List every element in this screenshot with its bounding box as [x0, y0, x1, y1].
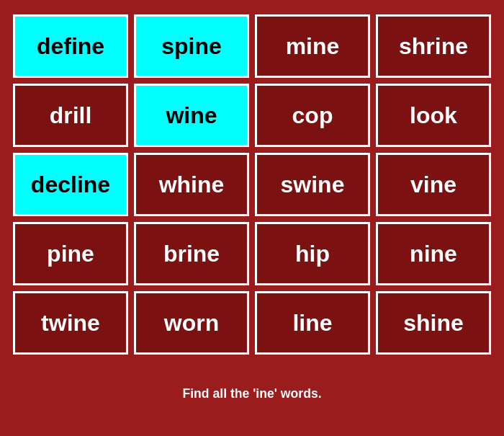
word-label: shrine: [399, 33, 468, 60]
word-label: vine: [410, 172, 456, 198]
word-label: cop: [292, 102, 333, 129]
word-label: line: [292, 310, 332, 337]
word-cell-drill[interactable]: drill: [13, 84, 128, 147]
word-label: spine: [161, 33, 222, 60]
word-label: shine: [403, 310, 464, 337]
instruction-text: Find all the 'ine' words.: [182, 386, 321, 401]
word-cell-pine[interactable]: pine: [13, 222, 128, 285]
word-cell-cop[interactable]: cop: [255, 84, 370, 147]
word-label: hip: [295, 241, 330, 267]
word-label: whine: [159, 172, 225, 198]
word-cell-spine[interactable]: spine: [134, 14, 249, 78]
word-grid: definespinemineshrinedrillwinecoplookdec…: [4, 6, 500, 363]
word-label: nine: [410, 241, 457, 267]
word-cell-twine[interactable]: twine: [13, 291, 128, 355]
word-label: look: [410, 102, 457, 129]
word-cell-nine[interactable]: nine: [376, 222, 491, 285]
word-cell-vine[interactable]: vine: [376, 153, 491, 216]
word-cell-look[interactable]: look: [376, 84, 491, 147]
word-label: worn: [164, 310, 219, 337]
word-cell-worn[interactable]: worn: [134, 291, 249, 355]
word-cell-brine[interactable]: brine: [134, 222, 249, 285]
word-label: swine: [281, 172, 345, 198]
word-label: mine: [286, 33, 340, 60]
word-cell-swine[interactable]: swine: [255, 153, 370, 216]
word-label: decline: [31, 172, 110, 198]
word-cell-line[interactable]: line: [255, 291, 370, 355]
word-cell-wine[interactable]: wine: [134, 84, 249, 147]
word-label: define: [37, 33, 104, 60]
word-label: drill: [50, 102, 92, 129]
word-cell-whine[interactable]: whine: [134, 153, 249, 216]
word-cell-mine[interactable]: mine: [255, 14, 370, 78]
word-label: twine: [41, 310, 100, 337]
word-cell-shine[interactable]: shine: [376, 291, 491, 355]
word-cell-define[interactable]: define: [13, 14, 128, 78]
word-cell-shrine[interactable]: shrine: [376, 14, 491, 78]
word-label: wine: [166, 102, 217, 129]
word-cell-hip[interactable]: hip: [255, 222, 370, 285]
word-label: pine: [47, 241, 94, 267]
word-label: brine: [163, 241, 220, 267]
word-cell-decline[interactable]: decline: [13, 153, 128, 216]
